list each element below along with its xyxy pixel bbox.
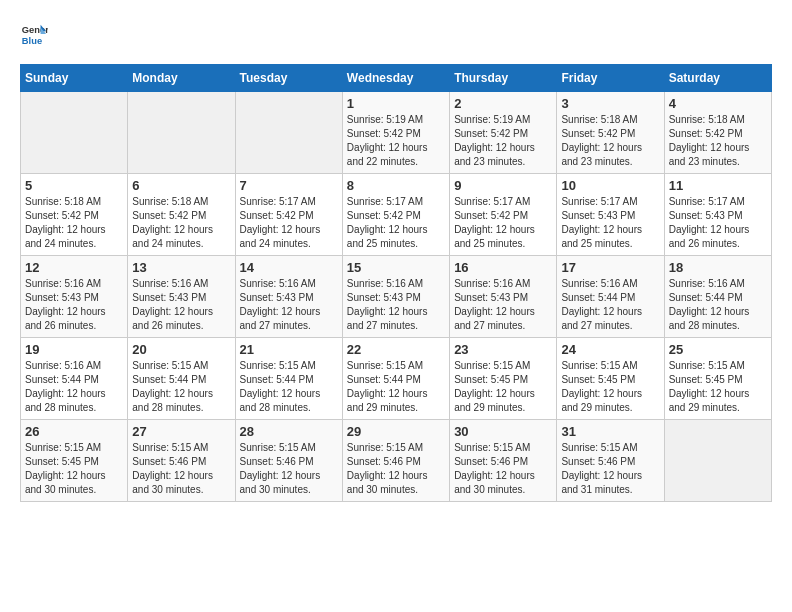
day-number: 8 (347, 178, 445, 193)
day-number: 26 (25, 424, 123, 439)
day-number: 19 (25, 342, 123, 357)
day-number: 11 (669, 178, 767, 193)
day-info: Sunrise: 5:15 AM Sunset: 5:46 PM Dayligh… (240, 441, 338, 497)
calendar-cell: 17Sunrise: 5:16 AM Sunset: 5:44 PM Dayli… (557, 256, 664, 338)
day-info: Sunrise: 5:16 AM Sunset: 5:43 PM Dayligh… (132, 277, 230, 333)
day-number: 10 (561, 178, 659, 193)
calendar-cell: 20Sunrise: 5:15 AM Sunset: 5:44 PM Dayli… (128, 338, 235, 420)
day-number: 28 (240, 424, 338, 439)
calendar-cell: 4Sunrise: 5:18 AM Sunset: 5:42 PM Daylig… (664, 92, 771, 174)
day-info: Sunrise: 5:17 AM Sunset: 5:42 PM Dayligh… (347, 195, 445, 251)
day-info: Sunrise: 5:17 AM Sunset: 5:43 PM Dayligh… (561, 195, 659, 251)
day-info: Sunrise: 5:19 AM Sunset: 5:42 PM Dayligh… (454, 113, 552, 169)
calendar-cell: 25Sunrise: 5:15 AM Sunset: 5:45 PM Dayli… (664, 338, 771, 420)
calendar-week-row: 5Sunrise: 5:18 AM Sunset: 5:42 PM Daylig… (21, 174, 772, 256)
header-saturday: Saturday (664, 65, 771, 92)
day-number: 1 (347, 96, 445, 111)
day-number: 15 (347, 260, 445, 275)
calendar-cell: 7Sunrise: 5:17 AM Sunset: 5:42 PM Daylig… (235, 174, 342, 256)
day-info: Sunrise: 5:16 AM Sunset: 5:44 PM Dayligh… (561, 277, 659, 333)
day-info: Sunrise: 5:17 AM Sunset: 5:43 PM Dayligh… (669, 195, 767, 251)
calendar-cell: 30Sunrise: 5:15 AM Sunset: 5:46 PM Dayli… (450, 420, 557, 502)
calendar-cell: 24Sunrise: 5:15 AM Sunset: 5:45 PM Dayli… (557, 338, 664, 420)
day-info: Sunrise: 5:16 AM Sunset: 5:44 PM Dayligh… (669, 277, 767, 333)
day-number: 29 (347, 424, 445, 439)
logo-icon: General Blue (20, 20, 48, 48)
calendar-cell: 22Sunrise: 5:15 AM Sunset: 5:44 PM Dayli… (342, 338, 449, 420)
day-info: Sunrise: 5:16 AM Sunset: 5:44 PM Dayligh… (25, 359, 123, 415)
header-monday: Monday (128, 65, 235, 92)
calendar-week-row: 1Sunrise: 5:19 AM Sunset: 5:42 PM Daylig… (21, 92, 772, 174)
day-info: Sunrise: 5:18 AM Sunset: 5:42 PM Dayligh… (25, 195, 123, 251)
day-number: 18 (669, 260, 767, 275)
calendar-cell (21, 92, 128, 174)
day-number: 7 (240, 178, 338, 193)
day-info: Sunrise: 5:15 AM Sunset: 5:46 PM Dayligh… (132, 441, 230, 497)
svg-text:Blue: Blue (22, 36, 42, 46)
day-number: 6 (132, 178, 230, 193)
header-sunday: Sunday (21, 65, 128, 92)
calendar-cell: 1Sunrise: 5:19 AM Sunset: 5:42 PM Daylig… (342, 92, 449, 174)
day-info: Sunrise: 5:15 AM Sunset: 5:46 PM Dayligh… (561, 441, 659, 497)
calendar-cell: 6Sunrise: 5:18 AM Sunset: 5:42 PM Daylig… (128, 174, 235, 256)
header-tuesday: Tuesday (235, 65, 342, 92)
day-info: Sunrise: 5:18 AM Sunset: 5:42 PM Dayligh… (669, 113, 767, 169)
day-info: Sunrise: 5:15 AM Sunset: 5:45 PM Dayligh… (669, 359, 767, 415)
day-number: 25 (669, 342, 767, 357)
calendar-cell: 19Sunrise: 5:16 AM Sunset: 5:44 PM Dayli… (21, 338, 128, 420)
day-info: Sunrise: 5:15 AM Sunset: 5:46 PM Dayligh… (454, 441, 552, 497)
calendar-cell: 23Sunrise: 5:15 AM Sunset: 5:45 PM Dayli… (450, 338, 557, 420)
day-info: Sunrise: 5:16 AM Sunset: 5:43 PM Dayligh… (25, 277, 123, 333)
day-number: 2 (454, 96, 552, 111)
day-number: 5 (25, 178, 123, 193)
calendar-cell: 13Sunrise: 5:16 AM Sunset: 5:43 PM Dayli… (128, 256, 235, 338)
calendar-cell: 29Sunrise: 5:15 AM Sunset: 5:46 PM Dayli… (342, 420, 449, 502)
day-info: Sunrise: 5:16 AM Sunset: 5:43 PM Dayligh… (454, 277, 552, 333)
calendar-cell: 9Sunrise: 5:17 AM Sunset: 5:42 PM Daylig… (450, 174, 557, 256)
day-info: Sunrise: 5:18 AM Sunset: 5:42 PM Dayligh… (132, 195, 230, 251)
header-friday: Friday (557, 65, 664, 92)
day-info: Sunrise: 5:17 AM Sunset: 5:42 PM Dayligh… (454, 195, 552, 251)
day-info: Sunrise: 5:15 AM Sunset: 5:45 PM Dayligh… (561, 359, 659, 415)
calendar-cell: 2Sunrise: 5:19 AM Sunset: 5:42 PM Daylig… (450, 92, 557, 174)
calendar-cell: 31Sunrise: 5:15 AM Sunset: 5:46 PM Dayli… (557, 420, 664, 502)
calendar-cell (128, 92, 235, 174)
day-number: 27 (132, 424, 230, 439)
day-info: Sunrise: 5:15 AM Sunset: 5:46 PM Dayligh… (347, 441, 445, 497)
header-thursday: Thursday (450, 65, 557, 92)
day-number: 30 (454, 424, 552, 439)
calendar-cell: 27Sunrise: 5:15 AM Sunset: 5:46 PM Dayli… (128, 420, 235, 502)
page-header: General Blue (20, 20, 772, 48)
day-number: 3 (561, 96, 659, 111)
day-number: 20 (132, 342, 230, 357)
day-info: Sunrise: 5:19 AM Sunset: 5:42 PM Dayligh… (347, 113, 445, 169)
day-number: 21 (240, 342, 338, 357)
logo: General Blue (20, 20, 52, 48)
day-number: 4 (669, 96, 767, 111)
calendar-cell: 5Sunrise: 5:18 AM Sunset: 5:42 PM Daylig… (21, 174, 128, 256)
calendar-cell: 21Sunrise: 5:15 AM Sunset: 5:44 PM Dayli… (235, 338, 342, 420)
day-info: Sunrise: 5:16 AM Sunset: 5:43 PM Dayligh… (240, 277, 338, 333)
day-info: Sunrise: 5:15 AM Sunset: 5:45 PM Dayligh… (25, 441, 123, 497)
day-info: Sunrise: 5:15 AM Sunset: 5:45 PM Dayligh… (454, 359, 552, 415)
day-number: 17 (561, 260, 659, 275)
calendar-cell (664, 420, 771, 502)
calendar-cell: 28Sunrise: 5:15 AM Sunset: 5:46 PM Dayli… (235, 420, 342, 502)
calendar-week-row: 12Sunrise: 5:16 AM Sunset: 5:43 PM Dayli… (21, 256, 772, 338)
day-number: 31 (561, 424, 659, 439)
calendar-table: SundayMondayTuesdayWednesdayThursdayFrid… (20, 64, 772, 502)
day-number: 12 (25, 260, 123, 275)
calendar-cell: 14Sunrise: 5:16 AM Sunset: 5:43 PM Dayli… (235, 256, 342, 338)
day-number: 22 (347, 342, 445, 357)
day-number: 24 (561, 342, 659, 357)
calendar-cell: 8Sunrise: 5:17 AM Sunset: 5:42 PM Daylig… (342, 174, 449, 256)
day-number: 23 (454, 342, 552, 357)
day-info: Sunrise: 5:15 AM Sunset: 5:44 PM Dayligh… (132, 359, 230, 415)
calendar-cell: 11Sunrise: 5:17 AM Sunset: 5:43 PM Dayli… (664, 174, 771, 256)
day-info: Sunrise: 5:16 AM Sunset: 5:43 PM Dayligh… (347, 277, 445, 333)
day-info: Sunrise: 5:17 AM Sunset: 5:42 PM Dayligh… (240, 195, 338, 251)
day-number: 16 (454, 260, 552, 275)
day-number: 9 (454, 178, 552, 193)
day-info: Sunrise: 5:15 AM Sunset: 5:44 PM Dayligh… (240, 359, 338, 415)
header-wednesday: Wednesday (342, 65, 449, 92)
